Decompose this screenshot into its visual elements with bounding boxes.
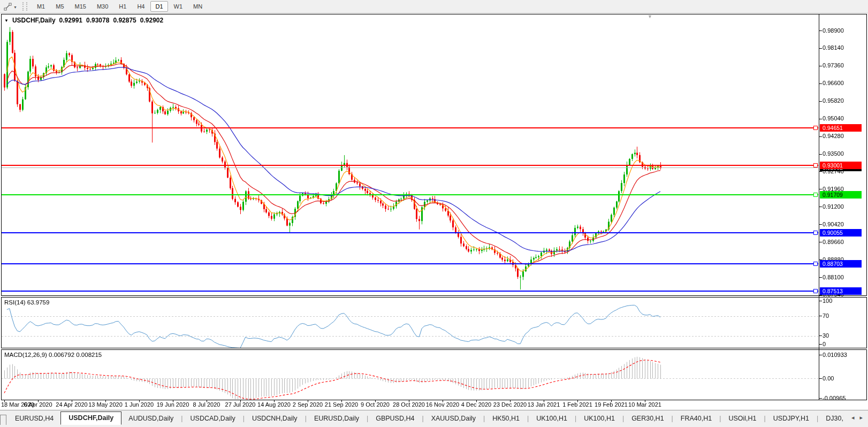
price-axis-label: 0.95040: [823, 115, 844, 122]
macd-indicator-label: MACD(12,26,9) 0.006792 0.008215: [4, 352, 102, 358]
chart-tab-fra40-h1[interactable]: FRA40,H1: [674, 413, 719, 425]
tab-arrows: ◂ ▸: [843, 410, 868, 425]
price-level-tag[interactable]: 0.93001: [820, 162, 862, 169]
timeframe-button-d1[interactable]: D1: [150, 1, 167, 12]
date-axis-label: 28 Oct 2020: [393, 401, 425, 408]
date-axis-label: 9 Oct 2020: [361, 401, 390, 408]
chart-tab-usdchf-daily[interactable]: USDCHF,Daily: [60, 411, 121, 425]
chart-tab-hk50-h1[interactable]: HK50,H1: [485, 413, 527, 425]
date-axis-label: 4 Dec 2020: [461, 401, 491, 408]
chart-symbol-label: USDCHF,Daily: [12, 17, 56, 24]
tool-dropdown-icon[interactable]: ▼: [13, 5, 17, 9]
date-axis-label: 16 Nov 2020: [426, 401, 459, 408]
price-level-tag[interactable]: 0.91709: [820, 191, 862, 199]
date-axis-label: 1 Jun 2020: [125, 401, 154, 408]
price-axis-label: 0.89660: [823, 239, 844, 246]
timeframe-button-h4[interactable]: H4: [132, 1, 149, 12]
timeframe-button-m30[interactable]: M30: [92, 1, 113, 12]
macd-axis-label: -0.00965: [823, 395, 846, 402]
date-axis-label: 13 Jan 2021: [528, 401, 560, 408]
chart-tab-uk100-h1[interactable]: UK100,H1: [577, 413, 622, 425]
chart-tab-eurusd-daily[interactable]: EURUSD,Daily: [307, 413, 366, 425]
price-axis-label: 0.91200: [823, 203, 844, 210]
trendline-cursor-icon[interactable]: [2, 2, 13, 11]
timeframe-buttons: M1M5M15M30H1H4D1W1MN: [32, 1, 208, 12]
macd-axis-label: 0.010933: [823, 352, 847, 359]
ohlc-high: 0.93078: [86, 17, 109, 24]
price-axis-label: 0.95820: [823, 97, 844, 104]
macd-axis-label: 0.00: [823, 375, 834, 382]
date-axis-label: 19 Feb 2021: [595, 401, 628, 408]
date-axis-label: 24 Apr 2020: [56, 401, 87, 408]
timeframe-button-m1[interactable]: M1: [32, 1, 50, 12]
rsi-axis-label: 0: [823, 341, 826, 348]
chart-tab-bar: EURUSD,H4USDCHF,DailyAUDUSD,Daily|USDCAD…: [0, 410, 868, 425]
chart-tab-uk100-h1[interactable]: UK100,H1: [529, 413, 574, 425]
rsi-axis-label: 70: [823, 312, 829, 319]
timeframe-button-w1[interactable]: W1: [169, 1, 188, 12]
timeframe-button-h1[interactable]: H1: [114, 1, 131, 12]
ohlc-open: 0.92991: [59, 17, 82, 24]
chart-collapse-icon[interactable]: ▼: [4, 18, 9, 23]
timeframe-toolbar: ▼ M1M5M15M30H1H4D1W1MN: [0, 0, 868, 13]
date-axis-label: 1 Feb 2021: [562, 401, 592, 408]
price-level-tag[interactable]: 0.94651: [820, 124, 862, 132]
price-level-tag[interactable]: 0.90055: [820, 229, 862, 237]
chart-canvas[interactable]: [0, 0, 868, 427]
price-axis-label: 0.93500: [823, 150, 844, 157]
chart-tab-usdcad-daily[interactable]: USDCAD,Daily: [184, 413, 242, 425]
date-axis-label: 14 Aug 2020: [257, 401, 291, 408]
date-axis-label: 21 Sep 2020: [325, 401, 358, 408]
chart-title: ▼ USDCHF,Daily 0.92991 0.93078 0.92875 0…: [4, 17, 163, 24]
date-axis-label: 2 Sep 2020: [293, 401, 323, 408]
tab-list: EURUSD,H4USDCHF,DailyAUDUSD,Daily|USDCAD…: [8, 410, 843, 425]
ohlc-close: 0.92902: [140, 17, 163, 24]
chart-tab-ger30-h1[interactable]: GER30,H1: [625, 413, 671, 425]
price-axis-label: 0.98900: [823, 27, 844, 34]
date-axis-label: 27 Jul 2020: [225, 401, 256, 408]
toolbar-drag-handle[interactable]: [22, 2, 27, 11]
date-axis-label: 10 Mar 2021: [628, 401, 661, 408]
date-axis-label: 8 Jul 2020: [193, 401, 220, 408]
chart-tab-usdjpy-h1[interactable]: USDJPY,H1: [766, 413, 816, 425]
date-axis-label: 13 May 2020: [88, 401, 123, 408]
rsi-indicator-label: RSI(14) 63.9759: [4, 299, 49, 306]
price-axis-label: 0.90420: [823, 221, 844, 228]
price-axis-label: 0.96600: [823, 80, 844, 87]
ohlc-low: 0.92875: [113, 17, 136, 24]
chart-tab-xauusd-daily[interactable]: XAUUSD,Daily: [424, 413, 483, 425]
chart-tab-audusd-daily[interactable]: AUDUSD,Daily: [121, 413, 180, 425]
price-axis-label: 0.94280: [823, 133, 844, 140]
timeframe-button-m5[interactable]: M5: [51, 1, 68, 12]
chart-tab-usoil-h1[interactable]: USOil,H1: [721, 413, 763, 425]
chart-tab-dj30-weekly[interactable]: DJ30,Weekly: [819, 413, 843, 425]
price-axis-label: 0.98140: [823, 44, 844, 51]
timeframe-button-mn[interactable]: MN: [188, 1, 207, 12]
price-axis-label: 0.97360: [823, 62, 844, 69]
date-axis-label: 23 Dec 2020: [493, 401, 527, 408]
chart-shift-marker-icon[interactable]: ▼: [648, 14, 652, 19]
date-axis-label: 6 Apr 2020: [24, 401, 52, 408]
chart-tab-usdcnh-daily[interactable]: USDCNH,Daily: [245, 413, 304, 425]
rsi-axis-label: 100: [823, 298, 832, 304]
date-axis-label: 19 Jun 2020: [157, 401, 189, 408]
price-axis-label: 0.88100: [823, 274, 844, 281]
chart-tab-gbpusd-h4[interactable]: GBPUSD,H4: [369, 413, 421, 425]
chart-tab-eurusd-h4[interactable]: EURUSD,H4: [8, 413, 60, 425]
tab-scroll-right-icon[interactable]: ▸: [859, 414, 863, 421]
timeframe-button-m15[interactable]: M15: [70, 1, 91, 12]
price-level-tag[interactable]: 0.87513: [820, 287, 862, 295]
tab-scroll-left-icon[interactable]: ◂: [851, 414, 855, 421]
rsi-axis-label: 30: [823, 332, 829, 339]
price-level-tag[interactable]: 0.88703: [820, 260, 862, 268]
tab-stub[interactable]: [0, 415, 6, 425]
